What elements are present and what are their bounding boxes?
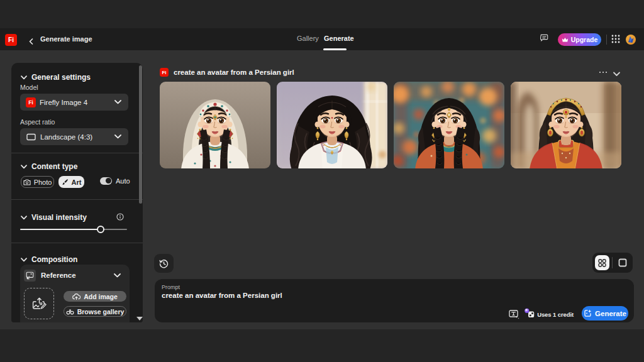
visual-intensity-slider[interactable]: [20, 226, 127, 233]
content-type-art-button[interactable]: Art: [58, 176, 84, 188]
reference-upload-dropzone[interactable]: [24, 288, 54, 319]
user-avatar[interactable]: [626, 35, 636, 45]
model-select[interactable]: Fi Firefly Image 4: [20, 94, 128, 111]
section-title: Composition: [31, 255, 77, 264]
reference-image-icon[interactable]: [524, 308, 535, 318]
section-content-type[interactable]: Content type: [21, 162, 77, 171]
info-icon[interactable]: [116, 213, 124, 221]
slider-track-rest: [101, 229, 127, 230]
chevron-down-icon: [21, 216, 27, 220]
feedback-icon[interactable]: [540, 34, 548, 42]
back-icon[interactable]: [28, 38, 35, 45]
divider: [11, 243, 143, 243]
reference-icon-box: [24, 270, 36, 282]
result-prompt-text: create an avatar from a Persian girl: [174, 69, 294, 76]
top-navbar: Fi Generate image Gallery Generate Upgra…: [0, 28, 644, 50]
result-header: Fi create an avatar from a Persian girl: [160, 68, 294, 77]
nav-divider: [606, 35, 607, 45]
model-value: Firefly Image 4: [40, 99, 87, 106]
toggle-knob: [106, 178, 111, 184]
aspect-ratio-label: Aspect ratio: [20, 118, 55, 126]
chevron-down-icon: [21, 75, 27, 80]
tab-generate[interactable]: Generate: [324, 35, 354, 42]
auto-label: Auto: [116, 177, 130, 185]
credits-label: Uses 1 credit: [537, 311, 574, 318]
grid-view-icon: [598, 259, 606, 267]
auto-toggle[interactable]: [100, 177, 112, 185]
settings-sidebar: General settings Model Fi Firefly Image …: [11, 63, 143, 322]
single-view-icon: [618, 258, 627, 267]
chevron-down-icon: [114, 134, 121, 139]
generate-label: Generate: [595, 310, 626, 317]
prompt-label: Prompt: [162, 284, 180, 290]
browse-gallery-label: Browse gallery: [77, 308, 125, 315]
content-area: General settings Model Fi Firefly Image …: [0, 50, 644, 329]
single-view-button[interactable]: [615, 255, 630, 270]
chevron-down-icon: [114, 273, 121, 278]
add-image-label: Add image: [84, 293, 118, 300]
section-title: General settings: [31, 73, 91, 82]
aspect-ratio-value: Landscape (4:3): [40, 133, 92, 141]
section-title: Content type: [31, 162, 77, 171]
grid-view-button[interactable]: [595, 255, 609, 270]
photo-label: Photo: [34, 178, 52, 186]
generated-image-2[interactable]: [277, 82, 387, 168]
brush-icon: [62, 178, 69, 185]
section-title: Visual intensity: [31, 213, 87, 222]
chevron-down-icon: [114, 100, 121, 104]
slider-knob[interactable]: [97, 226, 104, 233]
upgrade-label: Upgrade: [571, 36, 598, 43]
firefly-result-icon: Fi: [160, 68, 169, 77]
page-title: Generate image: [40, 35, 92, 43]
crown-icon: [562, 37, 569, 43]
generate-sparkle-icon: [584, 309, 592, 317]
sidebar-scrollbar[interactable]: [139, 65, 142, 204]
firefly-logo[interactable]: Fi: [5, 34, 17, 46]
camera-icon: [23, 179, 31, 185]
reference-icon: [26, 272, 34, 280]
composition-mode-select[interactable]: Reference: [24, 269, 126, 282]
tab-gallery[interactable]: Gallery: [297, 35, 319, 42]
history-icon: [159, 259, 169, 268]
divider: [11, 153, 143, 153]
browse-gallery-button[interactable]: Browse gallery: [64, 306, 126, 317]
chevron-down-icon: [21, 258, 27, 262]
scroll-down-arrow-icon[interactable]: [136, 317, 143, 321]
generated-image-3[interactable]: [394, 82, 504, 168]
model-label: Model: [20, 84, 38, 91]
slider-track-fill: [20, 229, 101, 230]
more-options-icon[interactable]: [597, 68, 609, 77]
collapse-chevron-icon[interactable]: [613, 70, 621, 78]
section-visual-intensity[interactable]: Visual intensity: [21, 213, 87, 222]
section-general-settings[interactable]: General settings: [21, 73, 91, 82]
content-type-photo-button[interactable]: Photo: [21, 176, 54, 188]
view-toggle-divider: [612, 257, 613, 268]
prompt-bar[interactable]: Prompt Uses 1 credit: [155, 279, 634, 322]
text-prompt-icon[interactable]: [509, 310, 519, 319]
cloud-upload-icon: [72, 293, 80, 300]
binoculars-icon: [66, 309, 74, 315]
upload-image-icon: [31, 295, 48, 312]
art-label: Art: [72, 178, 82, 186]
divider: [11, 199, 143, 200]
composition-mode-value: Reference: [41, 272, 76, 279]
composition-panel: Reference: [20, 265, 130, 322]
history-button[interactable]: [154, 254, 174, 273]
generated-image-1[interactable]: [160, 82, 270, 168]
generate-button[interactable]: Generate: [582, 306, 628, 321]
view-toggle-group: [592, 253, 633, 273]
aspect-ratio-select[interactable]: Landscape (4:3): [20, 128, 128, 145]
add-image-button[interactable]: Add image: [64, 291, 126, 302]
apps-grid-icon[interactable]: [611, 34, 621, 44]
section-composition[interactable]: Composition: [21, 255, 77, 264]
prompt-input[interactable]: [162, 292, 539, 299]
landscape-ratio-icon: [26, 133, 36, 141]
firefly-model-icon: Fi: [26, 97, 36, 107]
upgrade-button[interactable]: Upgrade: [558, 33, 601, 46]
generated-image-4[interactable]: [511, 82, 621, 168]
chevron-down-icon: [21, 165, 27, 169]
